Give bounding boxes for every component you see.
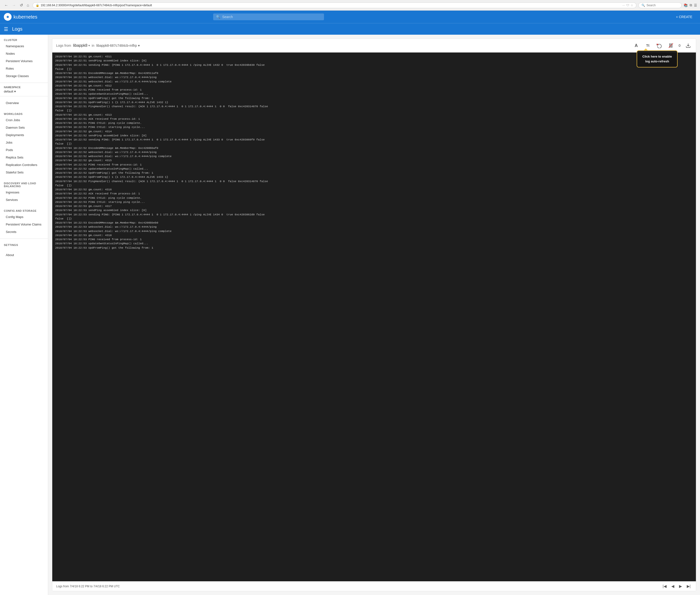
divider-2 — [0, 96, 48, 96]
pod-selector[interactable]: libappk8 ▾ — [73, 44, 90, 48]
menu-icon[interactable]: ☰ — [694, 3, 697, 7]
cluster-section-title: Cluster — [0, 37, 48, 42]
sidebar-item-services[interactable]: Services — [0, 196, 48, 203]
app-header: ⎈ kubernetes 🔍 + CREATE — [0, 10, 700, 23]
header-search-input[interactable] — [222, 15, 321, 19]
log-line: 2018/07/04 18:22:52 PING CYCLE: starting… — [55, 125, 693, 129]
text-size-button[interactable]: A — [632, 42, 640, 49]
sidebar-item-persistent-volumes[interactable]: Persistent Volumes — [0, 57, 48, 65]
refresh-icon — [656, 43, 662, 48]
log-line: 2018/07/04 18:22:52 updateOwnStatusInPin… — [55, 167, 693, 171]
log-line: false []} — [55, 183, 693, 188]
sidebar-item-daemon-sets[interactable]: Daemon Sets — [0, 124, 48, 131]
tooltip-box: Click here to enable log auto-refresh — [637, 50, 678, 67]
sidebar-toggle-button[interactable]: ☰ — [4, 26, 8, 32]
address-bar[interactable]: 🔒 192.168.64.2:30000/#!/log/default/liba… — [32, 2, 636, 8]
app-logo[interactable]: ⎈ kubernetes — [4, 13, 37, 21]
namespace-section: Namespace default ▾ — [0, 84, 48, 95]
logo-letter: ⎈ — [6, 15, 9, 19]
divider-1 — [0, 83, 48, 83]
header-search-bar[interactable]: 🔍 — [213, 13, 324, 20]
library-icon[interactable]: 📚 — [683, 3, 688, 7]
container-name: libappk8-687c7484cb-mflrp — [96, 44, 137, 48]
sidebar: Cluster Namespaces Nodes Persistent Volu… — [0, 35, 48, 595]
log-line: 2018/07/04 18:22:52 UpdFromPing() 1 {1 1… — [55, 175, 693, 179]
app-name: kubernetes — [13, 14, 37, 20]
last-page-button[interactable]: ▶| — [685, 584, 692, 589]
sidebar-item-replication-controllers[interactable]: Replication Controllers — [0, 161, 48, 169]
tooltip-container: Click here to enable log auto-refresh — [637, 50, 678, 67]
sidebar-item-namespaces[interactable]: Namespaces — [0, 42, 48, 50]
about-section: About — [0, 249, 48, 261]
first-page-button[interactable]: |◀ — [661, 584, 668, 589]
sidebar-item-stateful-sets[interactable]: Stateful Sets — [0, 169, 48, 176]
log-line: 2018/07/04 18:22:52 websocket.Dial: ws:/… — [55, 154, 693, 158]
log-line: 2018/07/04 18:22:51 gm.count: 4313 — [55, 113, 693, 117]
next-page-button[interactable]: ▶ — [678, 584, 683, 589]
container-selector[interactable]: libappk8-687c7484cb-mflrp ▾ — [96, 44, 140, 48]
sidebar-toggle-icon[interactable]: ⧉ — [690, 3, 692, 7]
log-line: false []} — [55, 142, 693, 146]
status-text: Logs from 7/4/18 6:22 PM to 7/4/18 6:22 … — [56, 585, 120, 588]
sidebar-item-config-maps[interactable]: Config Maps — [0, 213, 48, 221]
create-button[interactable]: + CREATE — [672, 13, 696, 21]
log-line: 2018/07/04 18:22:52 gm.count: 4315 — [55, 158, 693, 162]
sidebar-item-secrets[interactable]: Secrets — [0, 228, 48, 235]
home-button[interactable]: ⌂ — [25, 2, 31, 8]
logs-content[interactable]: 2018/07/04 18:22:51 gm.count: 43112018/0… — [52, 53, 696, 581]
log-line: 2018/07/04 18:22:52 EncodeGMMessage &m.M… — [55, 146, 693, 150]
workloads-section: Workloads Cron Jobs Daemon Sets Deployme… — [0, 109, 48, 178]
log-line: 2018/07/04 18:22:53 PING CYCLE: starting… — [55, 200, 693, 204]
pod-name: libappk8 — [73, 44, 87, 48]
namespace-value: default — [4, 90, 13, 93]
browser-search-input[interactable] — [646, 4, 678, 7]
bookmark-icon: 🛡 — [626, 4, 629, 7]
more-icon: ··· — [622, 4, 625, 7]
namespace-selector[interactable]: default ▾ — [4, 90, 44, 93]
auto-refresh-button[interactable] — [655, 42, 663, 49]
sidebar-item-storage-classes[interactable]: Storage Classes — [0, 72, 48, 80]
back-button[interactable]: ← — [3, 2, 10, 8]
sidebar-item-overview[interactable]: Overview — [0, 99, 48, 107]
sidebar-item-pods[interactable]: Pods — [0, 146, 48, 154]
browser-search-bar[interactable]: 🔍 — [638, 2, 682, 8]
logs-in-label: in — [92, 44, 94, 48]
log-line: 2018/07/04 18:22:53 gm.count: 4317 — [55, 204, 693, 208]
auto-refresh-container: Click here to enable log auto-refresh — [655, 42, 663, 49]
config-section: Config and Storage Config Maps Persisten… — [0, 205, 48, 237]
log-line: 2018/07/04 18:22:51 websocket.Dial: ws:/… — [55, 75, 693, 79]
sidebar-item-cron-jobs[interactable]: Cron Jobs — [0, 116, 48, 124]
settings-section: Settings — [0, 240, 48, 249]
log-line: 2018/07/04 18:22:53 PING received from p… — [55, 237, 693, 242]
sidebar-item-roles[interactable]: Roles — [0, 65, 48, 72]
log-line: 2018/07/04 18:22:53 websocket.Dial: ws:/… — [55, 229, 693, 233]
pause-button[interactable] — [667, 42, 675, 49]
sidebar-item-about[interactable]: About — [0, 251, 48, 259]
config-section-title: Config and Storage — [0, 207, 48, 213]
reload-button[interactable]: ↺ — [18, 2, 24, 8]
prev-page-button[interactable]: ◀ — [670, 584, 676, 589]
log-line: 2018/07/04 18:22:51 ACK received from pr… — [55, 117, 693, 121]
content-area: Logs from libappk8 ▾ in libappk8-687c748… — [48, 35, 700, 595]
forward-button[interactable]: → — [10, 2, 17, 8]
log-line: 2018/07/04 18:22:52 websocket.Dial: ws:/… — [55, 150, 693, 154]
browser-nav: ← → ↺ ⌂ — [3, 2, 31, 8]
search-icon: 🔍 — [641, 4, 645, 7]
workloads-section-title: Workloads — [0, 111, 48, 116]
download-button[interactable] — [684, 42, 692, 49]
svg-line-4 — [669, 44, 673, 48]
log-line: 2018/07/04 18:22:51 PING CYCLE: ping cyc… — [55, 121, 693, 125]
overview-section: Overview — [0, 97, 48, 109]
logs-actions: A Tt — [632, 42, 692, 49]
sidebar-item-persistent-volume-claims[interactable]: Persistent Volume Claims — [0, 221, 48, 228]
tooltip-arrow — [644, 49, 648, 50]
sidebar-item-replica-sets[interactable]: Replica Sets — [0, 154, 48, 161]
sidebar-item-ingresses[interactable]: Ingresses — [0, 189, 48, 196]
log-line: 2018/07/04 18:22:51 sendPing assembled i… — [55, 59, 693, 63]
sidebar-item-nodes[interactable]: Nodes — [0, 50, 48, 57]
sidebar-item-deployments[interactable]: Deployments — [0, 131, 48, 139]
log-line: false []} — [55, 67, 693, 71]
log-line: 2018/07/04 18:22:52 sending PING: {PING … — [55, 138, 693, 142]
logs-panel: Logs from libappk8 ▾ in libappk8-687c748… — [52, 38, 696, 591]
sidebar-item-jobs[interactable]: Jobs — [0, 139, 48, 146]
